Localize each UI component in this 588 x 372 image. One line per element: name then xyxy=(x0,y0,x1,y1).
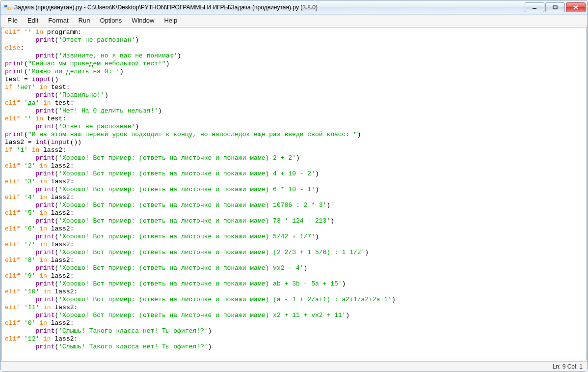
code-line[interactable]: print('Хорошо! Вот пример: (ответь на ли… xyxy=(5,312,583,319)
code-line[interactable]: print('Нет! На 0 делить нельзя!') xyxy=(5,107,583,115)
code-line[interactable]: print('Хорошо! Вот пример: (ответь на ли… xyxy=(5,233,583,241)
code-line[interactable]: print('Извините, но я вас не понимаю') xyxy=(5,52,583,60)
menu-run[interactable]: Run xyxy=(74,16,95,25)
code-line[interactable]: print('Хорошо! Вот пример: (ответь на ли… xyxy=(5,154,583,162)
code-line[interactable]: elif '12' in lass2: xyxy=(5,335,583,343)
menu-help[interactable]: Help xyxy=(159,16,182,25)
code-line[interactable]: elif '11' in lass2: xyxy=(5,304,583,312)
code-line[interactable]: print('Хорошо! Вот пример: (ответь на ли… xyxy=(5,249,583,257)
code-line[interactable]: lass2 = int(input()) xyxy=(5,139,583,146)
code-line[interactable]: elif '' in test: xyxy=(5,115,583,123)
code-line[interactable]: elif '3' in lass2: xyxy=(5,178,583,186)
code-line[interactable]: else: xyxy=(5,44,583,52)
code-line[interactable]: elif '8' in lass2: xyxy=(5,257,583,264)
code-line[interactable]: print('Ответ не распознан') xyxy=(5,123,583,131)
close-button[interactable] xyxy=(566,2,586,12)
editor-frame: elif '' in programm: print('Ответ не рас… xyxy=(1,27,587,360)
code-line[interactable]: print('Хорошо! Вот пример: (ответь на ли… xyxy=(5,170,583,178)
code-line[interactable]: elif '' in programm: xyxy=(5,29,583,36)
titlebar: Задача (продвинутая).py - C:\Users\K\Des… xyxy=(0,0,588,14)
code-line[interactable]: print('Ответ не распознан') xyxy=(5,36,583,44)
status-bar: Ln: 9 Col: 1 xyxy=(0,361,588,372)
code-line[interactable]: print('Хорошо! Вот пример: (ответь на ли… xyxy=(5,296,583,304)
menu-window[interactable]: Window xyxy=(127,16,159,25)
code-line[interactable]: elif 'да' in test: xyxy=(5,99,583,107)
code-line[interactable]: elif '7' in lass2: xyxy=(5,241,583,249)
code-line[interactable]: print('Хорошо! Вот пример: (ответь на ли… xyxy=(5,201,583,209)
app-window: Задача (продвинутая).py - C:\Users\K\Des… xyxy=(0,0,588,372)
code-line[interactable]: print("Сейчас мы проведем небольшой тест… xyxy=(5,60,583,68)
code-line[interactable]: elif '10' in lass2: xyxy=(5,288,583,296)
code-line[interactable]: elif '6' in lass2: xyxy=(5,225,583,233)
minimize-button[interactable] xyxy=(525,2,544,12)
code-line[interactable]: print('Хорошо! Вот пример: (ответь на ли… xyxy=(5,264,583,272)
code-editor[interactable]: elif '' in programm: print('Ответ не рас… xyxy=(2,28,586,360)
menu-bar: File Edit Format Run Options Window Help xyxy=(0,14,588,26)
code-line[interactable]: elif '4' in lass2: xyxy=(5,194,583,201)
svg-rect-5 xyxy=(553,6,557,9)
svg-point-3 xyxy=(9,8,10,9)
code-line[interactable]: elif '5' in lass2: xyxy=(5,209,583,217)
code-line[interactable]: elif '0' in lass2: xyxy=(5,319,583,327)
svg-point-2 xyxy=(4,5,5,6)
code-line[interactable]: print("И на этом наш первый урок подходи… xyxy=(5,131,583,139)
code-line[interactable]: print('Слышь! Такого класса нет! Ты офиг… xyxy=(5,343,583,351)
code-line[interactable]: print('Хорошо! Вот пример: (ответь на ли… xyxy=(5,280,583,288)
svg-rect-0 xyxy=(4,5,7,7)
code-line[interactable]: print('Слышь! Такого класса нет! Ты офиг… xyxy=(5,327,583,335)
code-line[interactable]: print('Хорошо! Вот пример: (ответь на ли… xyxy=(5,186,583,194)
code-line[interactable]: if '1' in lass2: xyxy=(5,146,583,154)
menu-options[interactable]: Options xyxy=(95,16,127,25)
window-title: Задача (продвинутая).py - C:\Users\K\Des… xyxy=(14,4,524,11)
code-line[interactable]: print('Можно ли делить на 0: ') xyxy=(5,68,583,76)
cursor-position: Ln: 9 Col: 1 xyxy=(553,363,583,370)
code-line[interactable]: elif '9' in lass2: xyxy=(5,272,583,280)
maximize-button[interactable] xyxy=(545,2,565,12)
code-line[interactable]: print('Правильно!') xyxy=(5,91,583,99)
code-line[interactable]: elif '2' in lass2: xyxy=(5,162,583,170)
code-line[interactable]: test = input() xyxy=(5,76,583,84)
menu-format[interactable]: Format xyxy=(43,16,73,25)
menu-file[interactable]: File xyxy=(2,16,23,25)
svg-rect-1 xyxy=(7,7,11,10)
idle-icon xyxy=(3,3,11,11)
code-line[interactable]: if 'нет' in test: xyxy=(5,84,583,91)
window-buttons xyxy=(524,2,586,12)
code-line[interactable]: print('Хорошо! Вот пример: (ответь на ли… xyxy=(5,217,583,225)
menu-edit[interactable]: Edit xyxy=(23,16,43,25)
